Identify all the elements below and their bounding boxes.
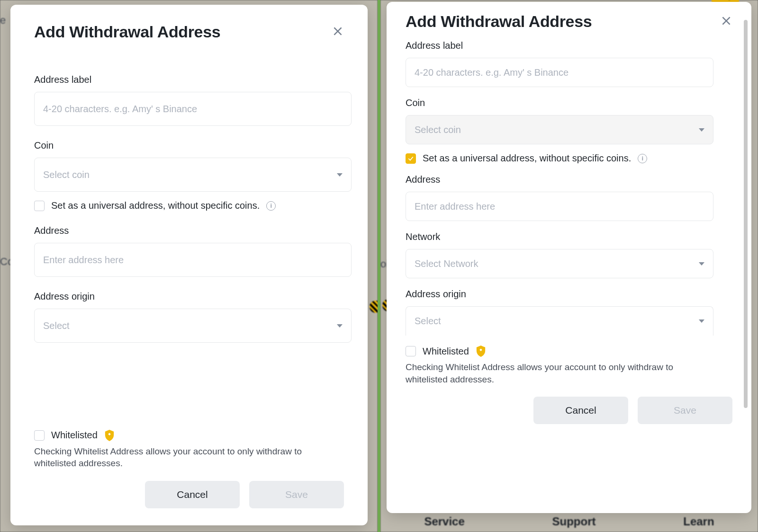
whitelist-checkbox[interactable] <box>406 346 416 356</box>
add-withdrawal-address-modal: Add Withdrawal Address Address label 4-2… <box>10 5 368 525</box>
modal-title: Add Withdrawal Address <box>406 12 592 31</box>
network-select[interactable]: Select Network <box>406 249 713 278</box>
address-input[interactable]: Enter address here <box>406 192 713 221</box>
coin-placeholder: Select coin <box>415 124 461 135</box>
bg-text: e <box>0 14 6 27</box>
nav-item: Derivatives <box>399 0 442 0</box>
coin-label: Coin <box>406 98 732 108</box>
coin-select[interactable]: Select coin <box>406 115 713 144</box>
address-label-label: Address label <box>34 74 344 85</box>
network-placeholder: Select Network <box>415 258 478 269</box>
address-label-placeholder: 4-20 characters. e.g. Amy' s Binance <box>43 104 197 115</box>
nav-item: NFT <box>544 0 560 0</box>
info-icon[interactable]: i <box>266 201 276 211</box>
chevron-down-icon <box>337 324 343 328</box>
chevron-down-icon <box>699 128 704 132</box>
network-label: Network <box>406 231 732 242</box>
whitelist-hint: Checking Whitelist Address allows your a… <box>34 445 333 470</box>
shield-icon <box>104 429 115 442</box>
address-label: Address <box>34 225 344 236</box>
chevron-down-icon <box>699 319 704 323</box>
universal-address-text: Set as a universal address, without spec… <box>423 153 631 164</box>
universal-address-checkbox[interactable] <box>34 201 45 211</box>
address-label-placeholder: 4-20 characters. e.g. Amy' s Binance <box>415 67 568 78</box>
address-label-label: Address label <box>406 40 732 51</box>
nav-item: Earn <box>460 0 478 0</box>
origin-select[interactable]: Select <box>34 309 352 343</box>
coin-label: Coin <box>34 140 344 151</box>
scrollbar[interactable] <box>744 20 748 408</box>
whitelist-hint: Checking Whitelist Address allows your a… <box>406 361 704 385</box>
save-button: Save <box>638 397 732 424</box>
universal-address-checkbox[interactable] <box>406 153 416 164</box>
shield-icon <box>476 345 486 357</box>
address-placeholder: Enter address here <box>43 255 124 266</box>
cancel-button[interactable]: Cancel <box>533 397 628 424</box>
origin-label: Address origin <box>34 291 344 302</box>
coin-placeholder: Select coin <box>43 169 90 180</box>
close-icon[interactable] <box>332 25 344 39</box>
address-label: Address <box>406 174 732 185</box>
nav-item: Institutional <box>578 0 622 0</box>
address-label-input[interactable]: 4-20 characters. e.g. Amy' s Binance <box>406 58 713 87</box>
cancel-button[interactable]: Cancel <box>145 481 240 508</box>
origin-placeholder: Select <box>43 320 70 331</box>
universal-address-text: Set as a universal address, without spec… <box>51 200 260 211</box>
nav-item: Finance <box>496 0 526 0</box>
address-input[interactable]: Enter address here <box>34 243 352 277</box>
whitelist-checkbox[interactable] <box>34 430 45 441</box>
save-button: Save <box>249 481 344 508</box>
bg-footer: Service Support Learn <box>380 515 758 528</box>
info-icon[interactable]: i <box>638 154 647 163</box>
origin-label: Address origin <box>406 289 732 300</box>
chevron-down-icon <box>337 173 343 177</box>
whitelist-label: Whitelisted <box>51 430 98 441</box>
whitelist-label: Whitelisted <box>423 346 469 357</box>
chevron-down-icon <box>699 262 704 266</box>
address-label-input[interactable]: 4-20 characters. e.g. Amy' s Binance <box>34 92 352 126</box>
origin-select[interactable]: Select <box>406 306 713 336</box>
coin-select[interactable]: Select coin <box>34 158 352 192</box>
modal-title: Add Withdrawal Address <box>34 23 220 41</box>
address-placeholder: Enter address here <box>415 201 495 212</box>
add-withdrawal-address-modal: Add Withdrawal Address Address label 4-2… <box>387 2 751 513</box>
origin-placeholder: Select <box>415 316 441 327</box>
close-icon[interactable] <box>720 15 732 29</box>
coin-icon <box>370 301 378 313</box>
